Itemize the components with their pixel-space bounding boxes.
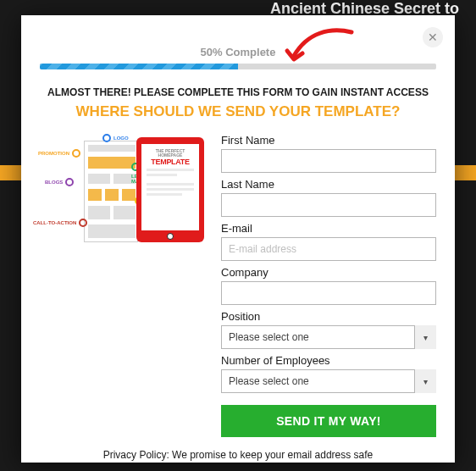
lead-capture-modal: ✕ 50% Complete ALMOST THERE! PLEASE COMP… bbox=[21, 15, 455, 463]
first-name-label: First Name bbox=[221, 134, 436, 147]
tablet-screen: THE PERFECT HOMEPAGE TEMPLATE bbox=[141, 144, 199, 230]
wireframe-page bbox=[84, 141, 138, 242]
close-button[interactable]: ✕ bbox=[423, 27, 443, 47]
email-label: E-mail bbox=[221, 222, 436, 235]
progress-bar bbox=[40, 64, 436, 69]
progress-fill bbox=[40, 64, 238, 69]
callout-label: PROMOTION bbox=[38, 151, 69, 156]
company-input[interactable] bbox=[221, 281, 436, 305]
tablet-title-small: THE PERFECT HOMEPAGE bbox=[145, 149, 196, 158]
email-input[interactable] bbox=[221, 237, 436, 261]
callout-cta: CALL-TO-ACTION bbox=[33, 219, 87, 227]
heading-access: ALMOST THERE! PLEASE COMPLETE THIS FORM … bbox=[40, 86, 436, 98]
callout-promotion: PROMOTION bbox=[38, 149, 80, 158]
employees-select[interactable]: Please select one bbox=[221, 369, 436, 393]
callout-logo: LOGO bbox=[102, 134, 129, 142]
tablet-mockup: THE PERFECT HOMEPAGE TEMPLATE bbox=[136, 137, 204, 242]
callout-blogs: BLOGS bbox=[45, 178, 74, 186]
callout-label: CALL-TO-ACTION bbox=[33, 220, 76, 225]
callout-label: BLOGS bbox=[45, 180, 63, 185]
progress-label: 50% Complete bbox=[40, 46, 436, 58]
last-name-label: Last Name bbox=[221, 178, 436, 191]
position-label: Position bbox=[221, 310, 436, 323]
last-name-input[interactable] bbox=[221, 193, 436, 217]
lead-form: First Name Last Name E-mail Company Posi… bbox=[221, 134, 436, 437]
position-select[interactable]: Please select one bbox=[221, 325, 436, 349]
submit-button[interactable]: SEND IT MY WAY! bbox=[221, 405, 436, 437]
template-illustration: LOGO PROMOTION LEAD MAGNET BLOGS REVIEWS… bbox=[40, 134, 209, 252]
first-name-input[interactable] bbox=[221, 149, 436, 173]
employees-label: Number of Employees bbox=[221, 354, 436, 367]
close-icon: ✕ bbox=[428, 30, 438, 44]
callout-label: LOGO bbox=[113, 136, 129, 141]
privacy-note: Privacy Policy: We promise to keep your … bbox=[40, 449, 436, 461]
heading-question: WHERE SHOULD WE SEND YOUR TEMPLATE? bbox=[40, 103, 436, 120]
tablet-home-button-icon bbox=[167, 233, 174, 240]
company-label: Company bbox=[221, 266, 436, 279]
tablet-title-big: TEMPLATE bbox=[145, 158, 196, 166]
